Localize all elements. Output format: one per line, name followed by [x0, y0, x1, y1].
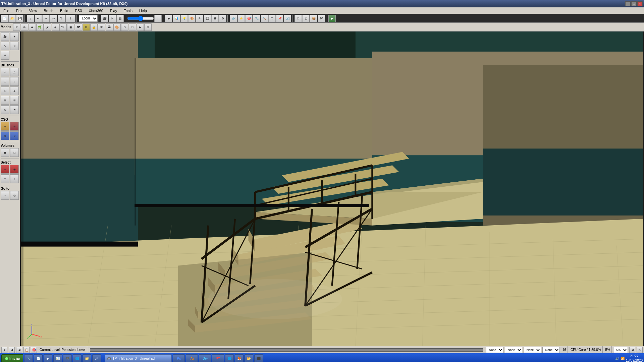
mode-brush-btn[interactable]: 🖌 [44, 23, 51, 31]
taskbar-dw-btn[interactable]: Dw [199, 354, 211, 362]
status-dropdown4[interactable]: None [542, 347, 560, 353]
menu-view[interactable]: View [27, 8, 39, 13]
status-btn1[interactable]: ▾ [1, 347, 7, 353]
select-inv-btn[interactable]: ◉ [10, 165, 19, 174]
quicklaunch-7[interactable]: 📁 [83, 354, 91, 362]
stats-btn[interactable]: 📊 [173, 15, 180, 22]
tool5[interactable]: P [196, 15, 203, 22]
brush-box-btn[interactable]: ◇ [1, 68, 9, 76]
sidebar-btn-rotate[interactable]: ↻ [10, 42, 19, 50]
taskbar-ai-btn[interactable]: Ai [186, 354, 198, 362]
sidebar-btn-camera[interactable]: 🎥 [1, 32, 9, 41]
grid-btn[interactable]: ▦ [116, 15, 124, 22]
volume-add-btn[interactable]: ◼ [1, 148, 9, 157]
mode-csg-btn[interactable]: G [83, 23, 90, 31]
quicklaunch-1[interactable]: 🔧 [24, 354, 33, 362]
mode-cover-btn[interactable]: 🛡 [59, 23, 67, 31]
post-process-btn[interactable]: 🎨 [188, 15, 196, 22]
status-btn4[interactable]: 📋 [23, 347, 30, 353]
mode-decal-btn[interactable]: ◈ [52, 23, 59, 31]
realtime-btn[interactable]: ▶ [165, 15, 172, 22]
start-button[interactable]: ⊞ Iniciar [1, 354, 23, 362]
taskbar-fz-btn[interactable]: FZ [212, 354, 224, 362]
tool14[interactable]: 🛡 [268, 15, 276, 22]
brush-add-btn[interactable]: ⊞ [1, 96, 9, 105]
open-button[interactable]: 📂 [8, 15, 16, 22]
new-button[interactable]: 📄 [1, 15, 8, 22]
mode-paint-btn[interactable]: 🎨 [113, 23, 121, 31]
csg-sub-btn[interactable]: ⊖ [10, 122, 19, 131]
status-expand-btn[interactable]: ▷ [637, 347, 643, 353]
menu-play[interactable]: Play [108, 8, 119, 13]
grid-num[interactable]: 1 [65, 15, 75, 22]
quicklaunch-3[interactable]: ▶ [44, 354, 52, 362]
close-button[interactable]: × [637, 1, 643, 6]
menu-xbox360[interactable]: Xbox360 [87, 8, 105, 13]
mode-geometry-btn[interactable]: ⊕ [21, 23, 28, 31]
status-dropdown1[interactable]: None [486, 347, 503, 353]
taskbar-chrome-btn[interactable]: 🌐 [225, 354, 234, 362]
brush-star-btn[interactable]: ★ [10, 105, 19, 114]
tool16[interactable]: 🔄 [284, 15, 291, 22]
status-btn5[interactable]: 🎯 [31, 347, 37, 353]
flip-h-button[interactable]: ⇄ [50, 15, 57, 22]
brush-sphere-btn[interactable]: ○ [10, 77, 19, 86]
tool7[interactable]: 🔳 [211, 15, 219, 22]
mode-square-btn[interactable]: □ [129, 23, 136, 31]
tool20[interactable]: 🗺 [318, 15, 325, 22]
volume-sub-btn[interactable]: ◻ [10, 148, 19, 157]
tool18[interactable]: ◻ [302, 15, 310, 22]
mode-eye-btn[interactable]: 👁 [98, 23, 105, 31]
mode-placement-btn[interactable]: P [13, 23, 20, 31]
taskbar-ps-btn[interactable]: Ps [173, 354, 185, 362]
goto-url-btn[interactable]: ◎ [10, 191, 19, 200]
select-all-btn[interactable]: ◈ [1, 165, 9, 174]
tool17[interactable]: □ [294, 15, 302, 22]
mode-arrow-btn[interactable]: ▶ [137, 23, 144, 31]
menu-build[interactable]: Build [58, 8, 70, 13]
active-window-btn[interactable]: 🎮 TM-Infiltration_3 - Unreal Ed... [105, 354, 172, 362]
tool13[interactable]: 🔨 [261, 15, 268, 22]
brush-spiral-btn[interactable]: ◈ [10, 86, 19, 95]
status-btn3[interactable]: ◀ [16, 347, 22, 353]
save-button[interactable]: 💾 [16, 15, 23, 22]
goto-actor-btn[interactable]: ⌖ [1, 191, 9, 200]
quicklaunch-8[interactable]: 🖊 [92, 354, 101, 362]
tool10[interactable]: ⚡ [237, 15, 245, 22]
status-dropdown3[interactable]: None [524, 347, 541, 353]
minimize-button[interactable]: _ [625, 1, 631, 6]
dynlight-btn[interactable]: 💡 [180, 15, 188, 22]
menu-help[interactable]: Help [137, 8, 149, 13]
brush-sub-btn[interactable]: ⊟ [10, 96, 19, 105]
menu-brush[interactable]: Brush [42, 8, 55, 13]
tool19[interactable]: 📦 [310, 15, 317, 22]
sidebar-btn-select[interactable]: ↖ [1, 42, 9, 50]
quicklaunch-2[interactable]: 📄 [34, 354, 43, 362]
play-btn[interactable]: ▶ [328, 15, 336, 22]
quicklaunch-4[interactable]: 📊 [53, 354, 62, 362]
snap-btn[interactable]: K [109, 15, 116, 22]
mode-terrain-btn[interactable]: ⛰ [29, 23, 36, 31]
select-inv2-btn[interactable]: ○ [10, 174, 19, 183]
status-zoom-dropdown[interactable]: 5% [613, 347, 628, 353]
menu-file[interactable]: File [1, 8, 11, 13]
flip-v-button[interactable]: ⇅ [58, 15, 65, 22]
tool15[interactable]: 📌 [276, 15, 283, 22]
csg-inter-btn[interactable]: ⊗ [1, 131, 9, 140]
mode-sculpt-btn[interactable]: 🏔 [106, 23, 113, 31]
menu-ps3[interactable]: PS3 [73, 8, 84, 13]
tool12[interactable]: 🔧 [253, 15, 260, 22]
mode-target-btn[interactable]: ⊛ [144, 23, 152, 31]
csg-deintersect-btn[interactable]: ⊘ [10, 131, 19, 140]
rotate-left-button[interactable]: ↩ [35, 15, 42, 22]
tool6[interactable]: 🔲 [204, 15, 211, 22]
coord-system-dropdown[interactable]: Local World [79, 15, 98, 22]
rotate-right-button[interactable]: ↪ [42, 15, 50, 22]
mode-staticmesh-btn[interactable]: ◼ [67, 23, 74, 31]
taskbar-firefox-btn[interactable]: 🦊 [235, 354, 244, 362]
status-arrow-btn[interactable]: ◀ [629, 347, 635, 353]
csg-add-btn[interactable]: ⊕ [1, 122, 9, 131]
move-button[interactable]: ↕ [27, 15, 34, 22]
mode-lock-btn[interactable]: 🔒 [90, 23, 98, 31]
brush-terrain-btn[interactable]: ⊕ [1, 105, 9, 114]
